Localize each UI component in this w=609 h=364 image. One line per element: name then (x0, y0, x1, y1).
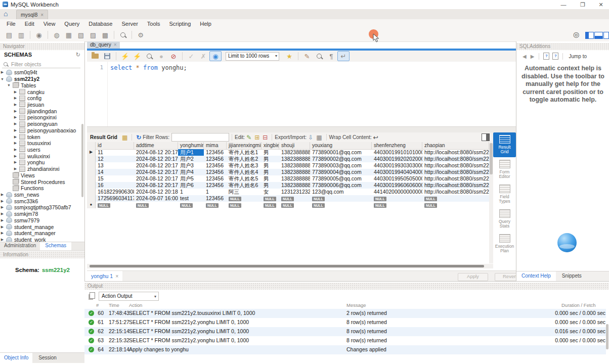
rollback-icon[interactable]: ✗ (197, 52, 209, 61)
grid-cell[interactable]: 12312312323 (279, 189, 310, 195)
result-tab-close-icon[interactable]: × (115, 273, 118, 279)
execute-current-icon[interactable]: ⚡ (131, 52, 143, 61)
tab-snippets[interactable]: Snippets (556, 271, 588, 281)
new-table-icon[interactable]: ▦ (63, 30, 75, 40)
grid-horizontal-scrollbar[interactable] (87, 264, 493, 268)
tree-item-tables[interactable]: ▼Tables (0, 82, 81, 88)
context-help-back-icon[interactable]: ◀ (523, 54, 527, 59)
toggle-sidebar-icon[interactable] (585, 32, 594, 39)
chevron-collapsed-icon[interactable]: ▶ (0, 218, 5, 222)
tree-item-peisongxinxi[interactable]: ▶peisongxinxi (0, 114, 81, 121)
tree-item-stored-procedures[interactable]: Stored Procedures (0, 178, 81, 185)
strip-query-stats[interactable]: Query Stats (493, 207, 516, 232)
grid-cell[interactable]: 14 (96, 169, 134, 175)
wrap-cell-content-icon[interactable]: ↩ (373, 134, 378, 141)
chevron-collapsed-icon[interactable]: ▶ (0, 231, 5, 235)
grid-cell[interactable]: 123456 (204, 169, 227, 175)
chevron-expanded-icon[interactable]: ▼ (0, 77, 5, 81)
menu-view[interactable]: View (39, 19, 60, 28)
grid-cell[interactable]: 男 (262, 162, 279, 169)
grid-cell[interactable]: 773890003@qq.com (310, 162, 372, 169)
jump-to-label[interactable]: Jump to (569, 54, 587, 59)
grid-cell[interactable]: 2024-08-12 20:17:06 (134, 182, 178, 189)
grid-cell[interactable]: 男 (262, 175, 279, 182)
toggle-automatic-help-icon[interactable]: ? (552, 53, 558, 60)
grid-cell[interactable]: 用户6 (178, 182, 204, 189)
menu-database[interactable]: Database (84, 19, 117, 28)
execute-icon[interactable]: ⚡ (119, 52, 131, 61)
output-type-select[interactable]: Action Output▾ (99, 292, 159, 301)
chevron-collapsed-icon[interactable]: ▶ (13, 128, 18, 132)
grid-cell[interactable]: 123456 (204, 149, 227, 156)
new-schema-icon[interactable]: ◍ (51, 30, 63, 40)
grid-cell[interactable]: 寄件人姓名6 (227, 182, 262, 189)
grid-cell[interactable]: NULL (422, 195, 489, 202)
output-row[interactable]: ✓6222:15:14SELECT * FROM ssm221y2.yonghu… (84, 327, 606, 336)
chevron-expanded-icon[interactable]: ▼ (7, 83, 11, 87)
toggle-secondary-sidebar-icon[interactable] (603, 32, 609, 39)
grid-cell[interactable]: http://localhost:8080/ssm221y2/uploa (422, 182, 489, 189)
grid-cell[interactable]: 440300199202020002 (372, 156, 422, 162)
grid-cell[interactable]: 2024-08-12 20:17:06 (134, 162, 178, 169)
filter-rows-input[interactable] (171, 133, 229, 142)
grid-cell[interactable]: 寄件人姓名5 (227, 175, 262, 182)
search-data-icon[interactable] (117, 30, 129, 40)
menu-scripting[interactable]: Scripting (165, 19, 196, 28)
grid-cell[interactable]: test (178, 195, 204, 202)
grid-cell[interactable]: http://localhost:8080/ssm221y2/uploa (422, 162, 489, 169)
tree-item-student-manage[interactable]: ▶student_manage (0, 223, 81, 230)
tree-item-student-manager[interactable]: ▶student_manager (0, 230, 81, 237)
menu-edit[interactable]: Edit (20, 19, 39, 28)
chevron-collapsed-icon[interactable]: ▶ (13, 141, 18, 145)
explain-icon[interactable] (143, 52, 155, 61)
column-header-id[interactable]: id (96, 142, 134, 149)
chevron-collapsed-icon[interactable]: ▶ (0, 205, 5, 209)
tree-item-zhandianxinxi[interactable]: ▶zhandianxinxi (0, 166, 81, 172)
tree-item-peisongyuan[interactable]: ▶peisongyuan (0, 121, 81, 127)
grid-cell[interactable]: 773890006@qq.com (310, 182, 372, 189)
stop-icon[interactable]: ● (155, 52, 167, 61)
chevron-collapsed-icon[interactable]: ▶ (13, 115, 18, 119)
open-script-icon[interactable]: ▥ (15, 30, 27, 40)
chevron-collapsed-icon[interactable]: ▶ (13, 122, 18, 126)
output-row[interactable]: ✓6422:18:14Apply changes to yonghuChange… (84, 345, 606, 354)
tree-item-token[interactable]: ▶token (0, 133, 81, 140)
grid-cell[interactable]: 女 (262, 189, 279, 195)
tab-context-help[interactable]: Context Help (516, 271, 556, 281)
grid-cell[interactable]: 123456 (204, 195, 227, 202)
column-header-youxiang[interactable]: youxiang (310, 142, 372, 149)
menu-file[interactable]: File (2, 19, 20, 28)
invisibles-icon[interactable]: ¶ (325, 52, 337, 61)
home-icon[interactable]: ⌂ (4, 10, 8, 18)
grid-cell[interactable]: 2024-08-12 20:17:06 (134, 169, 178, 175)
new-procedure-icon[interactable]: ▨ (87, 30, 99, 40)
new-function-icon[interactable]: ▩ (99, 30, 111, 40)
grid-cell[interactable]: 阿三 (227, 189, 262, 195)
grid-cell[interactable]: http://localhost:8080/ssm221y2/uploa (422, 189, 489, 195)
table-row[interactable]: 142024-08-12 20:17:06用户4123456寄件人姓名4男138… (87, 169, 489, 175)
chevron-collapsed-icon[interactable]: ▶ (13, 154, 18, 158)
column-header-addtime[interactable]: addtime (134, 142, 178, 149)
tree-item-cangku[interactable]: ▶cangku (0, 88, 81, 95)
grid-cell[interactable]: 15 (96, 175, 134, 182)
table-row[interactable]: 17256960341172024-09-07 16:00:34test1234… (87, 195, 489, 202)
tab-schemas[interactable]: Schemas (40, 242, 71, 250)
chevron-collapsed-icon[interactable]: ▶ (13, 103, 18, 107)
limit-rows-dropdown[interactable]: Limit to 1000 rows▾ (226, 52, 279, 61)
chevron-collapsed-icon[interactable]: ▶ (13, 109, 18, 113)
grid-cell[interactable]: 440300199505050005 (372, 175, 422, 182)
output-row[interactable]: ✓6322:15:32SELECT * FROM ssm221y2.yonghu… (84, 336, 606, 345)
grid-cell[interactable]: NULL (96, 202, 134, 208)
grid-cell[interactable]: NULL (262, 195, 279, 202)
grid-cell[interactable]: 1 (178, 189, 204, 195)
strip-result-grid[interactable]: Result Grid (493, 132, 516, 157)
grid-cell[interactable]: 12 (96, 156, 134, 162)
grid-cell[interactable]: NULL (134, 202, 178, 208)
copy-icon[interactable] (90, 292, 95, 299)
delete-row-icon[interactable]: ⊟ (263, 134, 268, 141)
table-row[interactable]: ●NULLNULLNULLNULLNULLNULLNULLNULLNULLNUL… (87, 202, 489, 208)
tree-item-jijiandingdan[interactable]: ▶jijiandingdan (0, 108, 81, 114)
chevron-collapsed-icon[interactable]: ▶ (0, 238, 5, 242)
strip-form-editor[interactable]: Form Editor (493, 157, 516, 182)
grid-cell[interactable]: 123456 (204, 156, 227, 162)
